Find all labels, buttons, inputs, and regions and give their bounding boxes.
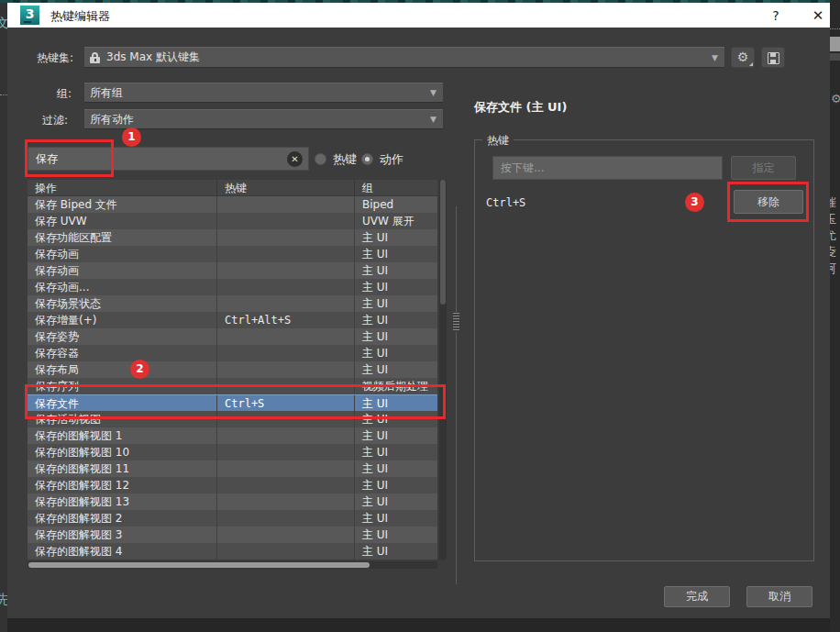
table-vertical-scrollbar[interactable] <box>439 180 447 560</box>
radio-hotkey-label[interactable]: 热键 <box>333 151 357 168</box>
panel-splitter[interactable] <box>456 206 457 584</box>
cell-hotkey <box>217 262 355 279</box>
remove-button[interactable]: 移除 <box>734 190 803 214</box>
table-row[interactable]: 保存动画... 主 UI <box>28 279 437 295</box>
search-input[interactable] <box>28 147 309 171</box>
cell-hotkey <box>217 543 355 560</box>
splitter-grip-icon[interactable] <box>453 312 459 332</box>
cell-action: 保存动画 <box>28 262 217 279</box>
cell-hotkey <box>217 493 355 510</box>
table-row[interactable]: 保存的图解视图 2 主 UI <box>28 510 437 527</box>
screen-bottom-edge <box>7 618 830 632</box>
table-row[interactable]: 保存的图解视图 1 主 UI <box>28 427 437 444</box>
cell-action: 保存的图解视图 10 <box>28 444 217 460</box>
table-row[interactable]: 保存场景状态 主 UI <box>28 295 437 312</box>
cell-hotkey: Ctrl+Alt+S <box>217 312 355 328</box>
cell-hotkey <box>217 444 355 460</box>
radio-action-label[interactable]: 动作 <box>380 151 403 168</box>
table-horizontal-scrollbar[interactable] <box>28 561 437 569</box>
table-row[interactable]: 保存姿势 主 UI <box>28 328 437 345</box>
table-row[interactable]: 保存的图解视图 3 主 UI <box>28 527 437 543</box>
table-row[interactable]: 保存文件 Ctrl+S 主 UI <box>28 394 437 411</box>
cell-group: 主 UI <box>355 527 437 543</box>
app-logo-icon: 3 <box>20 6 39 25</box>
window-title: 热键编辑器 <box>50 8 110 25</box>
cell-action: 保存的图解视图 12 <box>28 477 217 493</box>
save-icon <box>768 52 779 64</box>
filter-dropdown[interactable]: 所有动作 ▼ <box>84 109 443 129</box>
cell-action: 保存布局 <box>28 361 217 378</box>
cell-hotkey <box>217 510 355 527</box>
group-label: 组: <box>57 86 72 102</box>
cell-hotkey <box>217 196 355 213</box>
radio-hotkey[interactable] <box>315 153 326 165</box>
cell-action: 保存增量(+) <box>28 312 217 328</box>
done-button[interactable]: 完成 <box>664 586 730 607</box>
table-header: 操作 热键 组 <box>28 180 437 196</box>
assign-button[interactable]: 指定 <box>731 156 796 180</box>
cell-hotkey <box>217 477 355 493</box>
cell-group: 主 UI <box>355 444 437 460</box>
cell-group: 主 UI <box>355 246 437 262</box>
current-hotkey-value[interactable]: Ctrl+S <box>486 196 525 209</box>
cell-hotkey <box>217 361 355 378</box>
cell-group: 主 UI <box>355 395 437 411</box>
cell-action: 保存动画... <box>28 279 217 295</box>
cell-action: 保存的图解视图 4 <box>28 543 217 560</box>
cell-action: 保存场景状态 <box>28 295 217 312</box>
table-row[interactable]: 保存序列 视频后期处理 <box>28 378 437 394</box>
help-button[interactable]: ? <box>763 6 789 25</box>
cell-group: 主 UI <box>355 477 437 493</box>
table-row[interactable]: 保存活动视图 主 UI <box>28 411 437 427</box>
table-row[interactable]: 保存布局 主 UI <box>28 361 437 378</box>
cell-group: 主 UI <box>355 510 437 527</box>
table-row[interactable]: 保存 Biped 文件 Biped <box>28 196 437 213</box>
cell-hotkey <box>217 427 355 444</box>
table-row[interactable]: 保存的图解视图 10 主 UI <box>28 444 437 460</box>
table-row[interactable]: 保存的图解视图 12 主 UI <box>28 477 437 493</box>
cell-hotkey <box>217 460 355 477</box>
left-edge-glyph: 文 <box>0 16 7 32</box>
column-header-group[interactable]: 组 <box>355 180 437 195</box>
right-edge-glyphs: 催玉尤夌河 <box>830 194 840 277</box>
column-header-hotkey[interactable]: 热键 <box>217 180 355 195</box>
table-row[interactable]: 保存动画 主 UI <box>28 246 437 262</box>
filter-value: 所有动作 <box>90 112 134 128</box>
chevron-down-icon: ▼ <box>712 53 718 62</box>
table-row[interactable]: 保存的图解视图 11 主 UI <box>28 460 437 477</box>
cell-group: 主 UI <box>355 295 437 312</box>
cell-action: 保存的图解视图 2 <box>28 510 217 527</box>
table-row[interactable]: 保存动画 主 UI <box>28 262 437 279</box>
table-row[interactable]: 保存容器 主 UI <box>28 345 437 361</box>
scrollbar-thumb[interactable] <box>440 180 446 305</box>
cell-group: 主 UI <box>355 345 437 361</box>
left-edge-divider <box>0 94 7 95</box>
group-value: 所有组 <box>90 85 123 101</box>
cell-action: 保存姿势 <box>28 328 217 345</box>
hotkey-set-dropdown[interactable]: 3ds Max 默认键集 ▼ <box>84 47 724 68</box>
column-header-action[interactable]: 操作 <box>28 180 217 195</box>
press-key-input[interactable] <box>492 156 723 180</box>
save-hotkey-set-button[interactable] <box>761 47 785 68</box>
table-row[interactable]: 保存增量(+) Ctrl+Alt+S 主 UI <box>28 312 437 328</box>
cell-group: 主 UI <box>355 262 437 279</box>
right-edge-divider <box>830 28 840 29</box>
clear-search-icon[interactable]: ✕ <box>287 151 303 167</box>
group-dropdown[interactable]: 所有组 ▼ <box>84 83 443 103</box>
cell-action: 保存的图解视图 13 <box>28 493 217 510</box>
cancel-button[interactable]: 取消 <box>746 586 812 607</box>
close-button[interactable]: ✕ <box>805 6 831 25</box>
cell-action: 保存的图解视图 1 <box>28 427 217 444</box>
cell-action: 保存的图解视图 3 <box>28 527 217 543</box>
table-row[interactable]: 保存的图解视图 4 主 UI <box>28 543 437 560</box>
table-row[interactable]: 保存的图解视图 13 主 UI <box>28 493 437 510</box>
table-row[interactable]: 保存功能区配置 主 UI <box>28 229 437 246</box>
radio-action[interactable] <box>361 153 373 165</box>
scrollbar-thumb[interactable] <box>28 562 370 568</box>
right-edge-gear-icon: ⚙ <box>831 92 840 105</box>
cell-action: 保存的图解视图 11 <box>28 460 217 477</box>
table-row[interactable]: 保存 UVW UVW 展开 <box>28 213 437 229</box>
cell-group: Biped <box>355 196 437 213</box>
hotkey-set-options-button[interactable]: ⚙ <box>731 47 755 68</box>
cell-action: 保存功能区配置 <box>28 229 217 246</box>
